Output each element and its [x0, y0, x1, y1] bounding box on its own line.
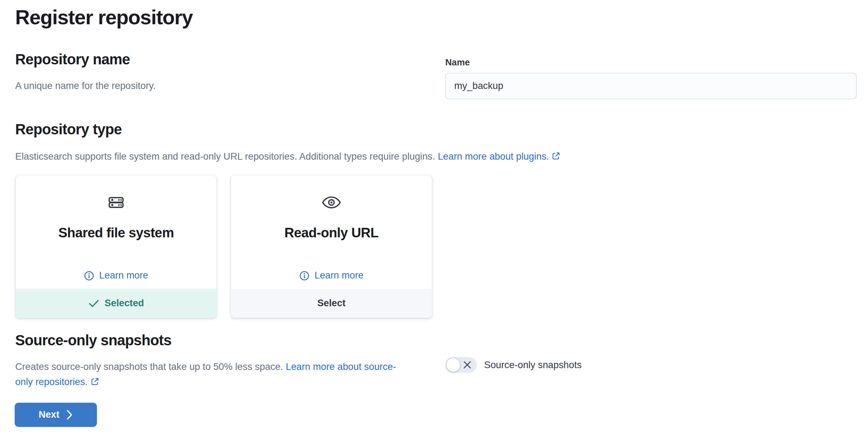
- learn-more-link[interactable]: Learn more: [299, 270, 364, 281]
- selected-label: Selected: [105, 297, 144, 309]
- storage-icon: [107, 194, 125, 211]
- register-repository-page: Register repository Repository name A un…: [0, 0, 868, 436]
- learn-more-label: Learn more: [315, 270, 363, 281]
- learn-more-link[interactable]: Learn more: [84, 270, 148, 281]
- toggle-x-icon: [463, 360, 472, 370]
- source-only-section: Source-only snapshots Creates source-onl…: [15, 331, 410, 390]
- card-title: Read-only URL: [284, 224, 378, 242]
- select-footer: Select: [231, 289, 432, 318]
- info-icon: [84, 271, 94, 281]
- next-button-label: Next: [39, 409, 59, 421]
- check-icon: [88, 299, 99, 308]
- source-only-description-text: Creates source-only snapshots that take …: [15, 361, 283, 372]
- card-read-only-url[interactable]: Read-only URL Learn more Select: [231, 175, 432, 318]
- repository-name-section: Repository name A unique name for the re…: [15, 50, 410, 94]
- repository-type-description-text: Elasticsearch supports file system and r…: [15, 151, 435, 162]
- toggle-label: Source-only snapshots: [484, 357, 582, 372]
- external-link-icon: [90, 377, 99, 386]
- learn-more-label: Learn more: [99, 270, 148, 281]
- viewport: Register repository Repository name A un…: [0, 0, 868, 436]
- repository-name-heading: Repository name: [15, 50, 410, 69]
- source-only-toggle[interactable]: [445, 357, 477, 373]
- repository-name-field-group: Name: [445, 56, 857, 99]
- chevron-right-icon: [67, 409, 73, 420]
- info-icon: [299, 271, 310, 281]
- name-input[interactable]: [445, 73, 857, 99]
- repository-type-section: Repository type Elasticsearch supports f…: [15, 120, 855, 164]
- source-only-description: Creates source-only snapshots that take …: [15, 359, 410, 390]
- selected-footer: Selected: [16, 289, 216, 318]
- repository-type-cards: Shared file system Learn more Selected: [15, 175, 432, 318]
- plugins-link[interactable]: Learn more about plugins.: [438, 151, 549, 162]
- external-link-icon: [552, 152, 560, 160]
- select-label: Select: [317, 297, 345, 309]
- source-only-toggle-group: Source-only snapshots: [445, 357, 582, 373]
- source-only-heading: Source-only snapshots: [15, 331, 410, 350]
- card-shared-file-system-body: Shared file system Learn more: [16, 175, 216, 289]
- eye-icon: [321, 194, 342, 211]
- repository-type-description: Elasticsearch supports file system and r…: [15, 149, 855, 164]
- name-field-label: Name: [445, 58, 470, 67]
- repository-name-description: A unique name for the repository.: [15, 78, 410, 94]
- next-button[interactable]: Next: [15, 403, 97, 427]
- page-title: Register repository: [15, 5, 193, 31]
- repository-type-heading: Repository type: [15, 120, 855, 139]
- card-read-only-url-body: Read-only URL Learn more: [231, 175, 432, 289]
- card-title: Shared file system: [58, 224, 174, 242]
- toggle-knob: [446, 358, 461, 372]
- card-shared-file-system[interactable]: Shared file system Learn more Selected: [15, 175, 217, 318]
